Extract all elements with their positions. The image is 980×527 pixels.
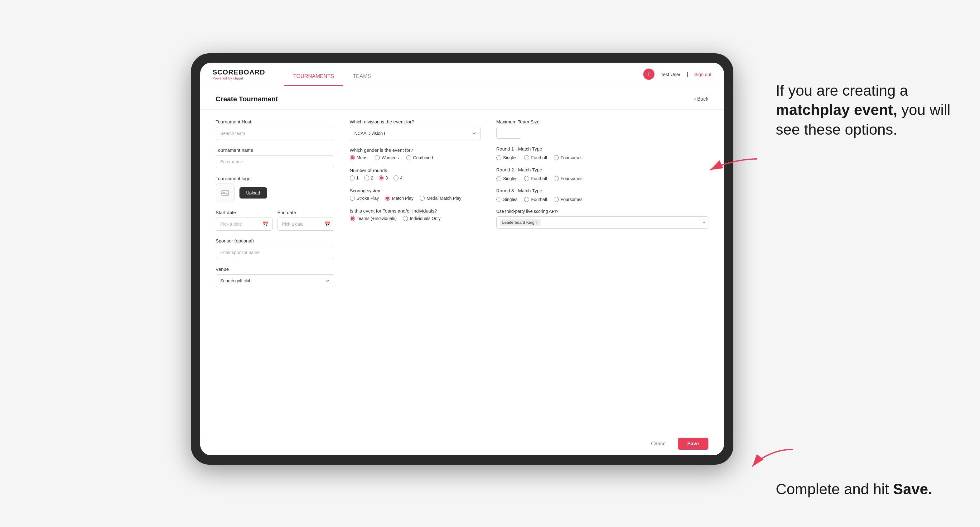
form-col-right: Maximum Team Size 5 Round 1 - Match Type…: [496, 119, 708, 422]
scoring-radio-group: Stroke Play Match Play Medal Match Play: [350, 196, 481, 201]
tournament-name-label: Tournament name: [216, 148, 334, 153]
scoring-match-play[interactable]: Match Play: [385, 196, 414, 201]
teams-label: Is this event for Teams and/or Individua…: [350, 208, 481, 213]
rounds-label: Number of rounds: [350, 168, 481, 173]
round1-fourball[interactable]: Fourball: [524, 155, 547, 160]
nav-right: T Test User | Sign out: [643, 68, 711, 80]
scoring-medal-match-play[interactable]: Medal Match Play: [420, 196, 461, 201]
upload-button[interactable]: Upload: [239, 187, 267, 198]
round-4[interactable]: 4: [393, 175, 402, 181]
cancel-button[interactable]: Cancel: [645, 438, 673, 450]
bottom-bar: Cancel Save: [200, 432, 724, 455]
round3-fourball[interactable]: Fourball: [524, 197, 547, 202]
gender-womens[interactable]: Womens: [375, 155, 399, 160]
max-team-size-input[interactable]: 5: [496, 127, 521, 139]
round1-foursomes[interactable]: Foursomes: [554, 155, 582, 160]
save-button[interactable]: Save: [678, 438, 708, 450]
avatar: T: [643, 68, 654, 80]
round1-match-type-section: Round 1 - Match Type Singles Fourball: [496, 146, 708, 160]
round3-match-type-label: Round 3 - Match Type: [496, 188, 708, 193]
teams-group: Is this event for Teams and/or Individua…: [350, 208, 481, 221]
round-3[interactable]: 3: [379, 175, 388, 181]
logo-sub: Powered by clippit: [213, 76, 265, 80]
logo-area: SCOREBOARD Powered by clippit: [213, 68, 265, 80]
start-date-input[interactable]: [216, 217, 272, 231]
rounds-group: Number of rounds 1 2: [350, 168, 481, 181]
logo-placeholder: [216, 184, 234, 202]
annotation-save: Complete and hit Save.: [776, 479, 963, 499]
page-header: Create Tournament ‹ Back: [200, 86, 724, 110]
round3-match-type-section: Round 3 - Match Type Singles Fourball: [496, 188, 708, 202]
round3-singles[interactable]: Singles: [496, 197, 518, 202]
division-group: Which division is the event for? NCAA Di…: [350, 119, 481, 140]
back-link[interactable]: ‹ Back: [694, 96, 708, 102]
tournament-logo-group: Tournament logo Upload: [216, 176, 334, 202]
round1-match-type-label: Round 1 - Match Type: [496, 146, 708, 151]
round-2[interactable]: 2: [364, 175, 373, 181]
gender-radio-group: Mens Womens Combined: [350, 155, 481, 160]
form-col-left: Tournament Host Tournament name Tourname…: [216, 119, 334, 422]
round2-match-type-section: Round 2 - Match Type Singles Fourball: [496, 167, 708, 181]
tablet-screen: SCOREBOARD Powered by clippit TOURNAMENT…: [200, 63, 724, 455]
gender-label: Which gender is the event for?: [350, 148, 481, 153]
end-date-wrap: 📅: [277, 217, 334, 231]
division-select[interactable]: NCAA Division I: [350, 127, 481, 140]
main-content: Create Tournament ‹ Back Tournament Host: [200, 86, 724, 455]
scoring-stroke-play[interactable]: Stroke Play: [350, 196, 379, 201]
arrow-matchplay: [707, 156, 763, 176]
tournament-host-label: Tournament Host: [216, 119, 334, 124]
sign-out-link[interactable]: Sign out: [694, 72, 711, 77]
round3-foursomes[interactable]: Foursomes: [554, 197, 582, 202]
start-date-field: Start date 📅: [216, 210, 272, 231]
round1-match-type-radios: Singles Fourball Foursomes: [496, 155, 708, 160]
user-name: Test User: [661, 72, 680, 77]
tab-teams[interactable]: TEAMS: [343, 63, 380, 86]
tournament-name-input[interactable]: [216, 155, 334, 168]
end-date-label: End date: [277, 210, 334, 215]
tournament-host-group: Tournament Host: [216, 119, 334, 140]
round2-match-type-radios: Singles Fourball Foursomes: [496, 176, 708, 181]
round2-foursomes[interactable]: Foursomes: [554, 176, 582, 181]
logo-text: SCOREBOARD: [213, 68, 265, 76]
api-tag: Leaderboard King ×: [500, 219, 541, 226]
end-date-field: End date 📅: [277, 210, 334, 231]
gender-combined[interactable]: Combined: [406, 155, 433, 160]
tab-tournaments[interactable]: TOURNAMENTS: [284, 63, 343, 86]
top-nav: SCOREBOARD Powered by clippit TOURNAMENT…: [200, 63, 724, 86]
tablet-frame: SCOREBOARD Powered by clippit TOURNAMENT…: [191, 53, 733, 465]
rounds-radio-group: 1 2 3: [350, 175, 481, 181]
separator: |: [687, 71, 688, 77]
round1-singles[interactable]: Singles: [496, 155, 518, 160]
start-date-label: Start date: [216, 210, 272, 215]
round2-fourball[interactable]: Fourball: [524, 176, 547, 181]
api-tag-close[interactable]: ×: [536, 220, 538, 225]
scoring-label: Scoring system: [350, 188, 481, 193]
start-date-wrap: 📅: [216, 217, 272, 231]
round-1[interactable]: 1: [350, 175, 359, 181]
tournament-name-group: Tournament name: [216, 148, 334, 168]
gender-mens[interactable]: Mens: [350, 155, 367, 160]
api-label: Use third-party live scoring API?: [496, 209, 708, 214]
round3-match-type-radios: Singles Fourball Foursomes: [496, 197, 708, 202]
division-label: Which division is the event for?: [350, 119, 481, 124]
scoring-group: Scoring system Stroke Play Match Play: [350, 188, 481, 201]
sponsor-input[interactable]: [216, 246, 334, 259]
form-col-middle: Which division is the event for? NCAA Di…: [350, 119, 481, 422]
logo-upload-area: Upload: [216, 184, 334, 202]
venue-select[interactable]: Search golf club: [216, 274, 334, 287]
teams-plus-individuals[interactable]: Teams (+Individuals): [350, 216, 397, 221]
round2-match-type-label: Round 2 - Match Type: [496, 167, 708, 172]
svg-rect-0: [222, 190, 229, 195]
page-title: Create Tournament: [216, 95, 278, 103]
venue-group: Venue Search golf club: [216, 267, 334, 287]
max-team-size-group: Maximum Team Size 5: [496, 119, 708, 139]
round2-singles[interactable]: Singles: [496, 176, 518, 181]
form-area: Tournament Host Tournament name Tourname…: [200, 110, 724, 432]
api-select-wrap[interactable]: Leaderboard King × ▾: [496, 216, 708, 229]
max-team-size-label: Maximum Team Size: [496, 119, 708, 124]
end-date-input[interactable]: [277, 217, 334, 231]
venue-label: Venue: [216, 267, 334, 272]
individuals-only[interactable]: Individuals Only: [403, 216, 441, 221]
tournament-host-input[interactable]: [216, 127, 334, 140]
teams-radio-group: Teams (+Individuals) Individuals Only: [350, 216, 481, 221]
